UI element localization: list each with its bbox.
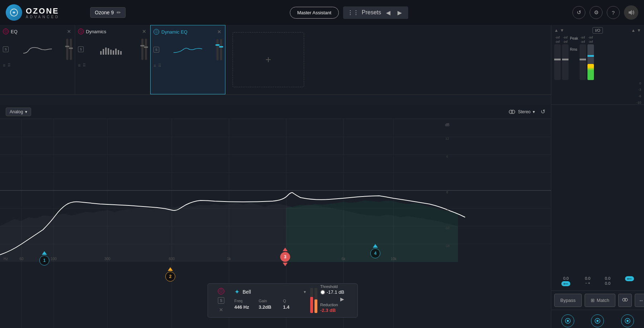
gain-label: Gain <box>259 299 282 303</box>
history-button[interactable]: ↺ <box>572 6 585 19</box>
stereo-button[interactable]: Stereo ▾ <box>518 109 535 114</box>
module-dynamic-eq-solo[interactable]: S <box>153 47 159 53</box>
eq-panel: Analog ▾ Stereo ▾ ↺ <box>0 105 551 328</box>
module-dynamics-power[interactable]: ⓘ <box>78 29 84 34</box>
eq-node-2-circle[interactable]: 2 <box>165 272 175 282</box>
module-eq-power[interactable]: ⓘ <box>3 29 9 34</box>
eq-node-2[interactable]: 2 <box>165 267 175 282</box>
db-10: -10 <box>553 101 641 104</box>
meter-thumb-1[interactable] <box>554 59 561 60</box>
svg-rect-2 <box>105 48 107 55</box>
module-dynamic-eq-dots: ≡ <box>153 63 156 68</box>
play-icon[interactable]: ▶ <box>340 296 344 302</box>
meter-col-1: -inf -inf <box>554 36 561 80</box>
add-module-button[interactable]: + <box>233 32 304 87</box>
module-dynamic-eq-close[interactable]: ✕ <box>216 28 222 35</box>
next-preset-button[interactable]: ▶ <box>395 9 404 17</box>
bottom-buttons: Bypass ⊞ Match ↔ <box>551 290 644 310</box>
meter-2-rms-val: -inf <box>563 40 568 44</box>
meter-track-2 <box>562 44 569 80</box>
meter-thumb-2[interactable] <box>562 59 569 60</box>
popup-solo-btn[interactable]: S <box>218 297 224 304</box>
module-eq-solo[interactable]: S <box>3 46 9 52</box>
meter-link-2[interactable]: ⟵ <box>625 276 634 281</box>
meter-thumb-4[interactable] <box>587 55 594 57</box>
module-eq-dots: ≡ <box>3 63 5 68</box>
db-0: 0 <box>553 81 641 85</box>
io-label: I/O <box>592 27 603 34</box>
svg-text:600: 600 <box>169 257 175 261</box>
settings-button[interactable]: ⚙ <box>590 6 602 19</box>
undo-icon[interactable]: ↺ <box>541 108 545 115</box>
svg-point-46 <box>567 320 569 322</box>
module-dynamic-eq-header: ⓘ Dynamic EQ ✕ <box>153 28 222 35</box>
eq-node-1[interactable]: 1 <box>39 251 49 265</box>
match-button[interactable]: ⊞ Match <box>585 294 615 307</box>
eq-popup: ⓘ S ✕ ✦ Bell ▾ Freq Gain Q 446 Hz <box>208 283 358 318</box>
meter-val-2: 0.0 − + <box>585 276 590 286</box>
freq-value[interactable]: 446 Hz <box>234 304 257 310</box>
link-circles-button[interactable] <box>618 294 632 307</box>
codec-item[interactable]: Codec <box>584 314 611 328</box>
svg-text:Hz: Hz <box>4 257 8 261</box>
threshold-controls: Threshold -17.1 dB ▶ Reduction -2.3 dB <box>319 284 344 313</box>
eq-node-4-circle[interactable]: 4 <box>370 248 380 258</box>
dither-item[interactable]: Dither <box>614 314 641 328</box>
meter-num-3b: 0.0 <box>605 281 610 285</box>
module-dynamics-solo[interactable]: S <box>78 46 84 52</box>
module-eq-close[interactable]: ✕ <box>66 28 72 35</box>
q-value[interactable]: 1.4 <box>283 304 306 310</box>
popup-type-dropdown[interactable]: ▾ <box>304 289 306 294</box>
preset-selector[interactable]: Ozone 9 ✏ <box>90 7 126 18</box>
presets-label: Presets <box>362 9 381 16</box>
meter-link-1[interactable]: ⟵ <box>561 281 570 286</box>
threshold-dot[interactable] <box>320 290 325 295</box>
meter-thumb-3[interactable] <box>580 59 586 60</box>
meter-plus-btn[interactable]: + <box>588 281 590 285</box>
master-assistant-button[interactable]: Master Assistant <box>290 7 339 19</box>
popup-delete-btn[interactable]: ✕ <box>218 307 224 313</box>
module-eq-faders <box>66 39 72 60</box>
bottom-icons: Reference Codec Dither <box>551 310 644 328</box>
module-dynamics-faders <box>141 39 147 60</box>
eq-toolbar: Analog ▾ Stereo ▾ ↺ <box>0 105 551 119</box>
popup-power-btn[interactable]: ⓘ <box>218 288 224 294</box>
mode-select[interactable]: Analog ▾ <box>6 108 31 116</box>
right-panel-top: ▲ ▼ I/O ▲ ▼ -inf -inf -inf <box>551 25 644 105</box>
svg-rect-4 <box>110 50 112 55</box>
reference-icon <box>565 318 571 324</box>
eq-node-1-circle[interactable]: 1 <box>39 255 49 265</box>
eq-node-4[interactable]: 4 <box>370 244 380 258</box>
module-dynamic-eq-power[interactable]: ⓘ <box>153 29 159 35</box>
meter-columns: -inf -inf -inf -inf Peak Rms <box>551 36 644 80</box>
meter-3-peak-val: -inf <box>581 36 585 39</box>
svg-text:-12: -12 <box>445 226 449 230</box>
match-grid-icon: ⊞ <box>591 298 595 303</box>
io-arrows-bottom: ▲ ▼ <box>631 28 641 33</box>
reference-item[interactable]: Reference <box>554 314 581 328</box>
svg-text:dB: dB <box>445 123 450 127</box>
io-header: ▲ ▼ I/O ▲ ▼ <box>551 25 644 36</box>
help-button[interactable]: ? <box>607 6 620 19</box>
vu-bar-2 <box>314 288 317 313</box>
gain-value[interactable]: 3.2dB <box>259 304 282 310</box>
meter-minus-btn[interactable]: − <box>585 281 587 285</box>
eq-node-3[interactable]: 3 <box>280 248 290 266</box>
bell-star-icon: ✦ <box>234 288 240 296</box>
meter-col-2: -inf -inf <box>562 36 569 80</box>
app-subtitle: ADVANCED <box>26 15 60 19</box>
meter-track-1 <box>554 44 561 80</box>
module-dynamics-close[interactable]: ✕ <box>141 28 147 35</box>
stereo-controls: Stereo ▾ <box>508 108 535 116</box>
db-scale-labels: 0 -3 -6 -10 <box>551 80 644 104</box>
meter-3-rms-val: -inf <box>581 40 585 44</box>
bypass-button[interactable]: Bypass <box>554 294 582 307</box>
reduction-label: Reduction <box>320 303 344 307</box>
prev-preset-button[interactable]: ◀ <box>384 9 392 17</box>
eq-node-3-circle[interactable]: 3 <box>280 252 290 262</box>
popup-params: Freq Gain Q 446 Hz 3.2dB 1.4 <box>234 299 306 310</box>
main-area: Analog ▾ Stereo ▾ ↺ <box>0 105 644 328</box>
module-dynamic-eq: ⓘ Dynamic EQ ✕ S ≡ ⠿ <box>150 25 225 94</box>
meter-col-4: -inf -inf <box>587 36 594 80</box>
arrows-button[interactable]: ↔ <box>635 294 644 307</box>
